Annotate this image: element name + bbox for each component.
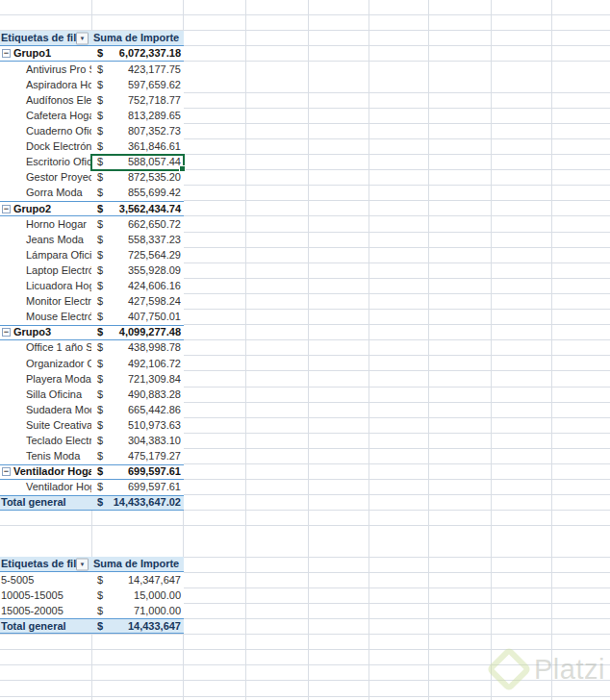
pivot-row[interactable]: −Ventilador Hogar$699,597.61	[0, 464, 184, 480]
row-label-cell[interactable]: Sudadera Moda	[0, 402, 91, 417]
pivot-row[interactable]: Jeans Moda$558,337.23	[0, 232, 184, 247]
row-label-cell[interactable]: Teclado Electró	[0, 433, 91, 448]
pivot-row[interactable]: Silla Oficina$490,883.28	[0, 387, 184, 402]
pivot-row[interactable]: Sudadera Moda$665,442.86	[0, 402, 184, 417]
row-label-cell[interactable]: Total general	[0, 496, 91, 510]
pivot-row[interactable]: Office 1 año Sof$438,998.78	[0, 340, 184, 356]
collapse-icon[interactable]: −	[2, 205, 11, 213]
pivot-row[interactable]: Mouse Electrón$407,750.01	[0, 310, 184, 325]
row-label-cell[interactable]: Total general	[0, 619, 91, 633]
row-label-cell[interactable]: Suite Creativa S	[0, 417, 91, 433]
value-cell[interactable]: $14,347,647	[91, 572, 184, 588]
row-label-cell[interactable]: Organizador Ofi	[0, 356, 91, 371]
row-label-cell[interactable]: Playera Moda	[0, 371, 91, 387]
row-labels-header-cell[interactable]: Etiquetas de fila▼	[0, 31, 91, 45]
pivot-row[interactable]: Playera Moda$721,309.84	[0, 371, 184, 387]
value-cell[interactable]: $665,442.86	[91, 402, 184, 417]
pivot-row[interactable]: Horno Hogar$662,650.72	[0, 216, 184, 232]
value-cell[interactable]: $15,000.00	[91, 588, 184, 603]
row-label-cell[interactable]: Silla Oficina	[0, 387, 91, 402]
values-header-cell[interactable]: Suma de Importe	[91, 557, 184, 571]
pivot-row[interactable]: Audífonos Electr$752,718.77	[0, 92, 184, 108]
value-cell[interactable]: $71,000.00	[91, 603, 184, 618]
pivot-row[interactable]: Tenis Moda$475,179.27	[0, 449, 184, 464]
row-label-cell[interactable]: 10005-15005	[0, 588, 91, 603]
row-label-cell[interactable]: −Grupo2	[0, 202, 91, 215]
filter-dropdown-button[interactable]: ▼	[76, 32, 89, 44]
pivot-row[interactable]: Ventilador Hoga$699,597.61	[0, 480, 184, 495]
row-label-cell[interactable]: Office 1 año Sof	[0, 340, 91, 356]
row-label-cell[interactable]: Antivirus Pro Sof	[0, 62, 91, 77]
value-cell[interactable]: $872,535.20	[91, 170, 184, 186]
pivot-row[interactable]: Lámpara Oficina$725,564.29	[0, 247, 184, 262]
row-label-cell[interactable]: Aspiradora Hoga	[0, 77, 91, 92]
collapse-icon[interactable]: −	[2, 328, 11, 337]
row-label-cell[interactable]: Jeans Moda	[0, 232, 91, 247]
value-cell[interactable]: $588,057.44	[91, 155, 184, 170]
value-cell[interactable]: $423,177.75	[91, 62, 184, 77]
pivot-row[interactable]: Monitor Electró$427,598.24	[0, 294, 184, 310]
pivot-row[interactable]: −Grupo2$3,562,434.74	[0, 201, 184, 216]
collapse-icon[interactable]: −	[2, 49, 11, 58]
values-header-cell[interactable]: Suma de Importe	[91, 31, 184, 45]
row-label-cell[interactable]: Licuadora Hoga	[0, 279, 91, 294]
value-cell[interactable]: $725,564.29	[91, 247, 184, 262]
row-label-cell[interactable]: −Ventilador Hogar	[0, 465, 91, 479]
pivot-header-row[interactable]: Etiquetas de fila▼Suma de Importe	[0, 31, 184, 46]
value-cell[interactable]: $662,650.72	[91, 216, 184, 232]
row-label-cell[interactable]: 15005-20005	[0, 603, 91, 618]
pivot-row[interactable]: Organizador Ofi$492,106.72	[0, 356, 184, 371]
value-cell[interactable]: $304,383.10	[91, 433, 184, 448]
value-cell[interactable]: $14,433,647.02	[91, 496, 184, 510]
value-cell[interactable]: $558,337.23	[91, 232, 184, 247]
row-label-cell[interactable]: Audífonos Electr	[0, 92, 91, 108]
row-label-cell[interactable]: Dock Electrónic	[0, 139, 91, 155]
value-cell[interactable]: $855,699.42	[91, 186, 184, 201]
pivot-row[interactable]: Gorra Moda$855,699.42	[0, 186, 184, 201]
pivot-row[interactable]: Licuadora Hoga$424,606.16	[0, 279, 184, 294]
value-cell[interactable]: $807,352.73	[91, 124, 184, 139]
pivot-row[interactable]: Aspiradora Hoga$597,659.62	[0, 77, 184, 92]
value-cell[interactable]: $4,099,277.48	[91, 326, 184, 339]
value-cell[interactable]: $492,106.72	[91, 356, 184, 371]
value-cell[interactable]: $752,718.77	[91, 92, 184, 108]
pivot-row[interactable]: Cuaderno Oficin$807,352.73	[0, 124, 184, 139]
filter-dropdown-button[interactable]: ▼	[76, 558, 89, 570]
value-cell[interactable]: $510,973.63	[91, 417, 184, 433]
value-cell[interactable]: $355,928.09	[91, 262, 184, 278]
value-cell[interactable]: $475,179.27	[91, 449, 184, 464]
value-cell[interactable]: $813,289.65	[91, 108, 184, 123]
row-label-cell[interactable]: Laptop Electrón	[0, 262, 91, 278]
row-label-cell[interactable]: −Grupo3	[0, 326, 91, 339]
pivot-header-row[interactable]: Etiquetas de fila▼Suma de Importe	[0, 557, 184, 572]
value-cell[interactable]: $427,598.24	[91, 294, 184, 310]
value-cell[interactable]: $597,659.62	[91, 77, 184, 92]
value-cell[interactable]: $407,750.01	[91, 310, 184, 325]
pivot-row[interactable]: 15005-20005$71,000.00	[0, 603, 184, 618]
row-label-cell[interactable]: Gestor Proyecto	[0, 170, 91, 186]
row-label-cell[interactable]: Tenis Moda	[0, 449, 91, 464]
value-cell[interactable]: $438,998.78	[91, 340, 184, 356]
row-label-cell[interactable]: Escritorio Oficin	[0, 155, 91, 170]
pivot-row[interactable]: −Grupo3$4,099,277.48	[0, 325, 184, 340]
pivot-row[interactable]: Laptop Electrón$355,928.09	[0, 262, 184, 278]
pivot-row[interactable]: 5-5005$14,347,647	[0, 572, 184, 588]
row-label-cell[interactable]: 5-5005	[0, 572, 91, 588]
pivot-row[interactable]: Total general$14,433,647.02	[0, 495, 184, 511]
value-cell[interactable]: $699,597.61	[91, 480, 184, 495]
value-cell[interactable]: $361,846.61	[91, 139, 184, 155]
pivot-row[interactable]: Total general$14,433,647	[0, 618, 184, 634]
row-label-cell[interactable]: Ventilador Hoga	[0, 480, 91, 495]
value-cell[interactable]: $721,309.84	[91, 371, 184, 387]
value-cell[interactable]: $6,072,337.18	[91, 46, 184, 61]
collapse-icon[interactable]: −	[2, 467, 11, 476]
value-cell[interactable]: $14,433,647	[91, 619, 184, 633]
value-cell[interactable]: $424,606.16	[91, 279, 184, 294]
row-label-cell[interactable]: Horno Hogar	[0, 216, 91, 232]
pivot-row[interactable]: 10005-15005$15,000.00	[0, 588, 184, 603]
pivot-row[interactable]: Escritorio Oficin$588,057.44	[0, 155, 184, 170]
value-cell[interactable]: $490,883.28	[91, 387, 184, 402]
pivot-row[interactable]: Suite Creativa S$510,973.63	[0, 417, 184, 433]
row-label-cell[interactable]: Cafetera Hogar	[0, 108, 91, 123]
row-label-cell[interactable]: Monitor Electró	[0, 294, 91, 310]
